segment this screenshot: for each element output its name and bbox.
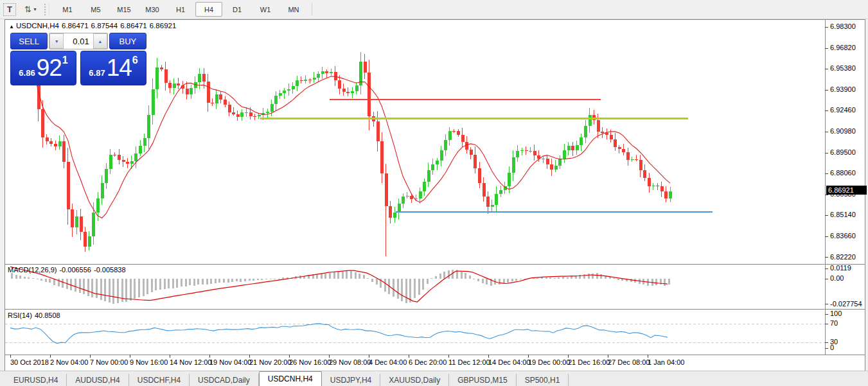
chart-tab-sp500-h1[interactable]: SP500,H1: [517, 374, 569, 386]
macd-axis-label: 0.0119: [830, 264, 851, 272]
timeframe-button-m30[interactable]: M30: [139, 2, 166, 17]
toolbar-grip: [44, 4, 49, 15]
time-axis-label: 1 Jan 04:00: [648, 358, 685, 366]
timeframe-button-mn[interactable]: MN: [280, 2, 307, 17]
price-axis-label: 6.93900: [830, 85, 856, 93]
volume-increase-button[interactable]: ▲: [93, 33, 107, 49]
ohlc-high: 6.87544: [91, 22, 118, 30]
one-click-trading-panel: SELL ▼ 0.01 ▲ BUY 6.86921 6.87146: [10, 33, 146, 85]
buy-button[interactable]: BUY: [109, 33, 146, 49]
chart-tab-eurusd-h4[interactable]: EURUSD,H4: [5, 374, 67, 386]
price-axis-label: 6.98300: [830, 22, 856, 30]
time-axis-label: 30 Oct 2018: [10, 358, 49, 366]
rsi-value: 40.8508: [35, 311, 60, 319]
chart-tab-usdcnh-h4[interactable]: USDCNH,H4: [259, 371, 322, 386]
price-axis-label: 6.90980: [830, 127, 856, 135]
volume-stepper: ▼ 0.01 ▲: [49, 33, 107, 49]
dropdown-caret-icon[interactable]: ▼: [33, 7, 37, 12]
time-axis-label: 29 Nov 08:00: [329, 358, 371, 366]
rsi-axis-label: 100: [830, 310, 842, 317]
timeframe-button-w1[interactable]: W1: [252, 2, 279, 17]
rsi-axis-label: 0: [830, 344, 834, 351]
time-axis-label: 2 Nov 04:00: [50, 358, 88, 366]
timeframe-button-h4[interactable]: H4: [195, 2, 222, 17]
time-axis-label: 19 Dec 00:00: [528, 358, 570, 366]
sell-button[interactable]: SELL: [10, 33, 48, 49]
macd-indicator-label: MACD(12,26,9)-0.006556-0.005838: [8, 266, 128, 274]
price-axis-label: 6.85140: [830, 211, 856, 218]
time-axis-label: 11 Dec 12:00: [448, 358, 490, 366]
macd-signal-value: -0.005838: [94, 266, 126, 274]
volume-decrease-button[interactable]: ▼: [49, 33, 64, 49]
sell-price-big: 92: [37, 55, 62, 82]
time-axis-label: 4 Dec 04:00: [369, 358, 407, 366]
time-axis-label: 6 Dec 20:00: [409, 358, 447, 366]
ohlc-low: 6.86471: [120, 22, 147, 30]
chart-tab-bar: EURUSD,H4AUDUSD,H4USDCHF,H4USDCAD,DailyU…: [0, 371, 868, 386]
buy-price-sup: 6: [132, 55, 138, 66]
chart-tab-usdjpy-h4[interactable]: USDJPY,H4: [322, 374, 380, 386]
time-axis-label: 7 Nov 00:00: [90, 358, 128, 366]
timeframe-button-d1[interactable]: D1: [224, 2, 251, 17]
symbol-period: USDCNH,H4: [16, 22, 59, 30]
rsi-indicator-label: RSI(14)40.8508: [8, 311, 63, 319]
price-axis-label: 6.92460: [830, 106, 856, 114]
chart-tab-audusd-h4[interactable]: AUDUSD,H4: [67, 374, 128, 386]
sell-price-sup: 1: [62, 55, 68, 66]
timeframe-button-m5[interactable]: M5: [82, 2, 109, 17]
price-axis-label: 6.89500: [830, 148, 856, 156]
current-price-tag: 6.86921: [826, 186, 867, 195]
price-axis-label: 6.83660: [830, 232, 856, 240]
price-axis-label: 6.82220: [830, 253, 856, 261]
time-axis-label: 27 Dec 08:00: [608, 358, 650, 366]
timeframe-button-h1[interactable]: H1: [167, 2, 194, 17]
sell-price-box[interactable]: 6.86921: [10, 51, 76, 85]
buy-price-big: 14: [107, 55, 132, 82]
time-axis-label: 26 Nov 16:00: [289, 358, 331, 366]
chart-tab-usdcad-daily[interactable]: USDCAD,Daily: [190, 374, 259, 386]
collapse-triangle-icon[interactable]: ▲: [9, 24, 14, 30]
buy-price-box[interactable]: 6.87146: [80, 51, 146, 85]
sell-price-prefix: 6.86: [19, 68, 35, 78]
timeframe-button-group: M1M5M15M30H1H4D1W1MN: [53, 2, 308, 17]
chart-window[interactable]: ▲USDCNH,H46.864716.875446.864716.86921 M…: [4, 19, 865, 371]
price-axis-label: 6.95380: [830, 64, 856, 72]
timeframe-button-m15[interactable]: M15: [111, 2, 137, 17]
buy-price-prefix: 6.87: [89, 68, 105, 78]
price-axis-label: 6.96820: [830, 44, 856, 51]
chart-title: ▲USDCNH,H46.864716.875446.864716.86921: [9, 22, 179, 30]
macd-name: MACD(12,26,9): [8, 266, 57, 274]
top-toolbar: T ⇅ ▼ M1M5M15M30H1H4D1W1MN: [0, 0, 868, 19]
rsi-axis-label: 70: [830, 319, 838, 327]
time-axis-label: 21 Nov 20:00: [249, 358, 291, 366]
cursor-arrows-icon[interactable]: ⇅ ▼: [24, 3, 38, 16]
chart-tab-xauusd-daily[interactable]: XAUUSD,Daily: [380, 374, 449, 386]
chart-tab-gbpusd-m15[interactable]: GBPUSD,M15: [449, 374, 516, 386]
time-axis-label: 14 Nov 12:00: [170, 358, 211, 366]
time-axis-label: 21 Dec 16:00: [568, 358, 610, 366]
toolbar-separator: [312, 3, 312, 16]
time-axis-label: 9 Nov 16:00: [130, 358, 168, 366]
timeframe-button-m1[interactable]: M1: [54, 2, 81, 17]
text-tool-icon[interactable]: T: [3, 3, 16, 16]
chart-tab-usdchf-h4[interactable]: USDCHF,H4: [129, 374, 190, 386]
time-axis-label: 19 Nov 04:00: [209, 358, 251, 366]
ohlc-close: 6.86921: [150, 22, 177, 30]
macd-main-value: -0.006556: [59, 266, 91, 274]
rsi-name: RSI(14): [8, 311, 32, 319]
macd-axis-label: -0.027754: [830, 300, 862, 308]
price-axis-label: 6.88060: [830, 169, 856, 177]
macd-axis-label: 0.00: [830, 274, 844, 282]
volume-value[interactable]: 0.01: [64, 33, 93, 49]
ohlc-open: 6.86471: [62, 22, 89, 30]
arrows-glyph: ⇅: [24, 4, 31, 14]
time-axis-label: 14 Dec 04:00: [488, 358, 530, 366]
